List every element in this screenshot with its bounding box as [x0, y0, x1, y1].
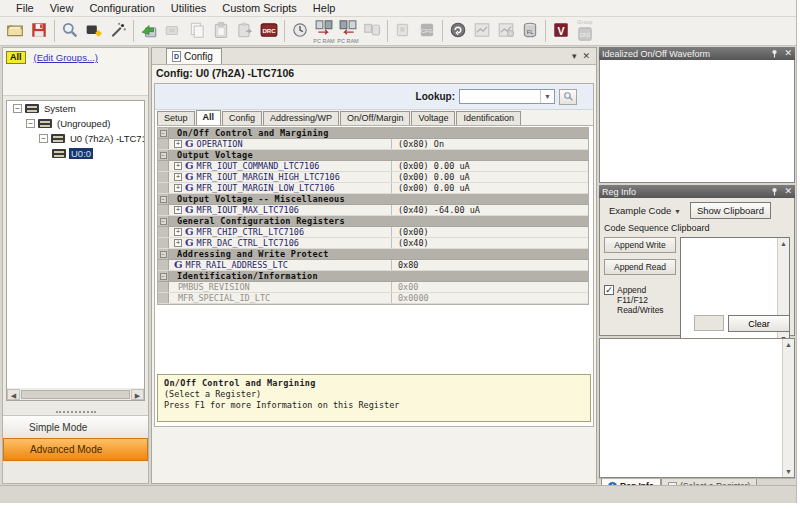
close-icon[interactable]: ✕ [784, 187, 792, 196]
tab-setup[interactable]: Setup [157, 111, 195, 125]
register-value-cell[interactable]: (0x00) 0.00 uA [391, 161, 588, 171]
row-expand-icon[interactable]: + [174, 239, 182, 247]
register-row-mfr-chip-ctrl-ltc7106[interactable]: +GMFR_CHIP_CTRL_LTC7106(0x00) [158, 227, 588, 238]
section-header-on-off-control-and-margining[interactable]: −On/Off Control and Margining [158, 128, 588, 139]
append-f11-f12-checkbox[interactable]: ✓ [604, 285, 614, 295]
clock-icon[interactable] [288, 18, 312, 44]
show-clipboard-button[interactable]: Show Clipboard [690, 202, 771, 219]
register-row-mfr-rail-address-ltc[interactable]: GMFR_RAIL_ADDRESS_LTC0x80 [158, 260, 588, 271]
tree-node-system[interactable]: −System [7, 101, 144, 116]
pc-to-ram-icon[interactable]: PC RAM [312, 18, 336, 44]
tab-all[interactable]: All [196, 110, 222, 125]
tree-node-label[interactable]: (Ungrouped) [55, 118, 112, 129]
row-expand-icon[interactable]: + [174, 173, 182, 181]
register-name-cell[interactable]: +GMFR_IOUT_MARGIN_LOW_LTC7106 [169, 183, 391, 193]
all-groups-badge[interactable]: All [6, 51, 26, 64]
row-expand-icon[interactable]: + [174, 228, 182, 236]
scroll-up-icon[interactable]: ▲ [783, 339, 794, 350]
register-value-cell[interactable]: 0x00 [391, 282, 588, 292]
append-read-button[interactable]: Append Read [604, 259, 676, 275]
pane-menu-icon[interactable]: ▾ [572, 51, 577, 61]
register-name-cell[interactable]: MFR_SPECIAL_ID_LTC [169, 293, 391, 303]
tree-node-u0-7h2a-ltc7106[interactable]: −U0 (7h2A) -LTC7106 [7, 131, 144, 146]
menu-configuration[interactable]: Configuration [81, 1, 162, 15]
section-header-addressing-and-write-protect[interactable]: −Addressing and Write Protect [158, 249, 588, 260]
register-name-cell[interactable]: +GMFR_DAC_CTRL_LTC7106 [169, 238, 391, 248]
advanced-mode-button[interactable]: Advanced Mode [3, 438, 148, 461]
scroll-down-icon[interactable]: ▼ [783, 466, 794, 477]
menu-custom-scripts[interactable]: Custom Scripts [214, 1, 305, 15]
register-name-cell[interactable]: +GMFR_CHIP_CTRL_LTC7106 [169, 227, 391, 237]
append-write-button[interactable]: Append Write [604, 237, 676, 253]
menu-view[interactable]: View [42, 1, 82, 15]
tab-config[interactable]: Config [222, 111, 262, 125]
register-row-mfr-iout-max-ltc7106[interactable]: +GMFR_IOUT_MAX_LTC7106(0x40) -64.00 uA [158, 205, 588, 216]
unlabeled-button[interactable] [694, 315, 724, 331]
lookup-combobox[interactable]: ▼ [459, 89, 555, 104]
register-name-cell[interactable]: +GMFR_IOUT_MARGIN_HIGH_LTC7106 [169, 172, 391, 182]
config-document-tab[interactable]: D Config [166, 48, 222, 64]
section-collapse-icon[interactable]: − [160, 273, 167, 280]
scroll-up-icon[interactable]: ▲ [778, 238, 789, 249]
register-row-operation[interactable]: +GOPERATION(0x80) On [158, 139, 588, 150]
clear-button[interactable]: Clear [728, 315, 790, 332]
tree-node-ungrouped[interactable]: −(Ungrouped) [7, 116, 144, 131]
section-collapse-icon[interactable]: − [160, 152, 167, 159]
tree-collapse-icon[interactable]: − [39, 134, 48, 143]
code-scrollbar[interactable]: ▲ ▼ [782, 339, 794, 477]
scroll-right-icon[interactable]: ▶ [131, 389, 144, 400]
tab-voltage[interactable]: Voltage [411, 111, 455, 125]
scroll-left-icon[interactable]: ◀ [7, 389, 20, 400]
register-value-cell[interactable]: (0x00) 0.00 uA [391, 172, 588, 182]
row-expand-icon[interactable]: + [174, 184, 182, 192]
register-name-cell[interactable]: +GMFR_IOUT_MAX_LTC7106 [169, 205, 391, 215]
save-file-icon[interactable] [27, 18, 51, 44]
write-chip-icon[interactable] [137, 18, 161, 44]
menu-help[interactable]: Help [305, 1, 344, 15]
tree-node-label[interactable]: U0 (7h2A) -LTC7106 [68, 133, 145, 144]
example-code-dropdown[interactable]: Example Code ▼ [604, 203, 686, 218]
register-value-cell[interactable]: 0x80 [391, 260, 588, 270]
section-header-output-voltage[interactable]: −Output Voltage [158, 150, 588, 161]
register-row-pmbus-revision[interactable]: PMBUS_REVISION0x00 [158, 282, 588, 293]
register-value-cell[interactable]: (0x40) [391, 238, 588, 248]
tab-addressing-wp[interactable]: Addressing/WP [263, 111, 339, 125]
scrollbar-thumb[interactable] [21, 390, 130, 399]
section-collapse-icon[interactable]: − [160, 218, 167, 225]
close-icon[interactable]: ✕ [784, 49, 792, 58]
edit-groups-link[interactable]: (Edit Groups...) [34, 52, 98, 63]
section-header-output-voltage-miscellaneous[interactable]: −Output Voltage -- Miscellaneous [158, 194, 588, 205]
register-value-cell[interactable]: (0x80) On [391, 139, 588, 149]
register-row-mfr-dac-ctrl-ltc7106[interactable]: +GMFR_DAC_CTRL_LTC7106(0x40) [158, 238, 588, 249]
register-row-mfr-iout-margin-high-ltc7106[interactable]: +GMFR_IOUT_MARGIN_HIGH_LTC7106(0x00) 0.0… [158, 172, 588, 183]
find-icon[interactable] [58, 18, 82, 44]
fault-log-icon[interactable]: FL [518, 18, 542, 44]
section-header-identification-information[interactable]: −Identification/Information [158, 271, 588, 282]
tree-node-label[interactable]: U0:0 [69, 148, 93, 159]
add-device-icon[interactable] [82, 18, 106, 44]
row-expand-icon[interactable]: + [174, 162, 182, 170]
example-code-viewer[interactable]: ▲ ▼ [599, 338, 795, 478]
vout-scope-icon[interactable]: V [549, 18, 573, 44]
register-row-mfr-iout-command-ltc7106[interactable]: +GMFR_IOUT_COMMAND_LTC7106(0x00) 0.00 uA [158, 161, 588, 172]
tree-node-u0-0[interactable]: U0:0 [7, 146, 144, 161]
simple-mode-button[interactable]: Simple Mode [3, 415, 148, 438]
drc-icon[interactable]: DRC [257, 18, 281, 44]
menu-utilities[interactable]: Utilities [163, 1, 214, 15]
register-row-mfr-iout-margin-low-ltc7106[interactable]: +GMFR_IOUT_MARGIN_LOW_LTC7106(0x00) 0.00… [158, 183, 588, 194]
register-row-mfr-special-id-ltc[interactable]: MFR_SPECIAL_ID_LTC0x0000 [158, 293, 588, 304]
register-name-cell[interactable]: PMBUS_REVISION [169, 282, 391, 292]
section-collapse-icon[interactable]: − [160, 130, 167, 137]
register-name-cell[interactable]: GMFR_RAIL_ADDRESS_LTC [169, 260, 391, 270]
register-value-cell[interactable]: (0x00) 0.00 uA [391, 183, 588, 193]
row-expand-icon[interactable]: + [174, 140, 182, 148]
pin-icon[interactable] [770, 49, 779, 58]
register-value-cell[interactable]: 0x0000 [391, 293, 588, 303]
pin-icon[interactable] [770, 187, 779, 196]
section-header-general-configuration-registers[interactable]: −General Configuration Registers [158, 216, 588, 227]
tree-horizontal-scrollbar[interactable]: ◀ ▶ [6, 388, 145, 401]
tree-collapse-icon[interactable]: − [13, 104, 22, 113]
section-collapse-icon[interactable]: − [160, 251, 167, 258]
lookup-search-button[interactable] [559, 89, 577, 105]
section-collapse-icon[interactable]: − [160, 196, 167, 203]
